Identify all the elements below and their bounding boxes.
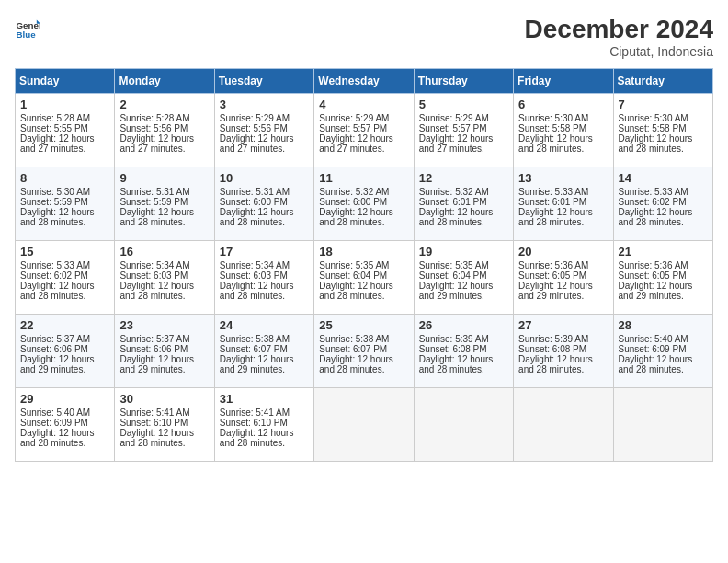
sunset-label: Sunset: 6:02 PM — [619, 197, 687, 207]
month-title: December 2024 — [525, 15, 713, 44]
sunrise-label: Sunrise: 5:32 AM — [419, 187, 489, 197]
daylight-label: Daylight: 12 hours and 28 minutes. — [220, 207, 294, 227]
table-row: 23Sunrise: 5:37 AMSunset: 6:06 PMDayligh… — [115, 315, 214, 388]
day-number: 17 — [220, 245, 309, 259]
table-row: 6Sunrise: 5:30 AMSunset: 5:58 PMDaylight… — [514, 94, 613, 167]
daylight-label: Daylight: 12 hours and 29 minutes. — [518, 281, 593, 301]
table-row: 30Sunrise: 5:41 AMSunset: 6:10 PMDayligh… — [115, 388, 214, 462]
day-number: 6 — [518, 98, 608, 111]
sunset-label: Sunset: 5:58 PM — [518, 123, 586, 133]
table-row: 9Sunrise: 5:31 AMSunset: 5:59 PMDaylight… — [115, 167, 214, 241]
sunset-label: Sunset: 5:57 PM — [319, 123, 387, 133]
sunrise-label: Sunrise: 5:36 AM — [619, 260, 688, 270]
table-row: 31Sunrise: 5:41 AMSunset: 6:10 PMDayligh… — [214, 388, 313, 462]
header-tuesday: Tuesday — [214, 69, 313, 94]
calendar-week-row: 1Sunrise: 5:28 AMSunset: 5:55 PMDaylight… — [16, 94, 713, 167]
day-number: 19 — [419, 245, 508, 259]
daylight-label: Daylight: 12 hours and 28 minutes. — [119, 428, 194, 448]
daylight-label: Daylight: 12 hours and 28 minutes. — [20, 207, 95, 227]
daylight-label: Daylight: 12 hours and 28 minutes. — [319, 207, 393, 227]
day-number: 1 — [20, 98, 109, 111]
sunset-label: Sunset: 6:04 PM — [319, 270, 387, 281]
sunrise-label: Sunrise: 5:29 AM — [319, 113, 389, 123]
daylight-label: Daylight: 12 hours and 28 minutes. — [119, 207, 194, 227]
sunset-label: Sunset: 6:10 PM — [119, 418, 188, 428]
day-number: 22 — [20, 318, 109, 332]
sunset-label: Sunset: 6:06 PM — [20, 344, 88, 354]
sunrise-label: Sunrise: 5:30 AM — [518, 113, 588, 123]
day-number: 31 — [220, 392, 309, 406]
daylight-label: Daylight: 12 hours and 28 minutes. — [419, 207, 494, 227]
day-number: 21 — [619, 245, 708, 259]
calendar-week-row: 8Sunrise: 5:30 AMSunset: 5:59 PMDaylight… — [16, 167, 713, 241]
sunrise-label: Sunrise: 5:32 AM — [319, 187, 389, 197]
sunrise-label: Sunrise: 5:35 AM — [319, 260, 389, 270]
daylight-label: Daylight: 12 hours and 27 minutes. — [20, 133, 95, 154]
header-thursday: Thursday — [414, 69, 513, 94]
svg-text:Blue: Blue — [16, 29, 36, 40]
day-number: 16 — [119, 245, 209, 259]
table-row: 20Sunrise: 5:36 AMSunset: 6:05 PMDayligh… — [514, 241, 613, 315]
sunrise-label: Sunrise: 5:37 AM — [20, 334, 90, 344]
sunset-label: Sunset: 6:05 PM — [619, 270, 687, 281]
sunset-label: Sunset: 5:59 PM — [20, 197, 88, 207]
sunrise-label: Sunrise: 5:28 AM — [119, 113, 189, 123]
sunrise-label: Sunrise: 5:39 AM — [419, 334, 489, 344]
daylight-label: Daylight: 12 hours and 28 minutes. — [619, 207, 693, 227]
sunrise-label: Sunrise: 5:31 AM — [220, 187, 290, 197]
daylight-label: Daylight: 12 hours and 28 minutes. — [220, 281, 294, 301]
day-number: 5 — [419, 98, 508, 111]
daylight-label: Daylight: 12 hours and 28 minutes. — [20, 281, 95, 301]
sunset-label: Sunset: 6:09 PM — [619, 344, 687, 354]
sunset-label: Sunset: 6:05 PM — [518, 270, 586, 281]
sunrise-label: Sunrise: 5:33 AM — [20, 260, 90, 270]
sunrise-label: Sunrise: 5:30 AM — [20, 187, 90, 197]
sunrise-label: Sunrise: 5:29 AM — [220, 113, 290, 123]
header-sunday: Sunday — [16, 69, 115, 94]
daylight-label: Daylight: 12 hours and 28 minutes. — [419, 354, 494, 374]
daylight-label: Daylight: 12 hours and 27 minutes. — [220, 133, 294, 154]
day-number: 30 — [119, 392, 209, 406]
header-friday: Friday — [514, 69, 613, 94]
table-row: 14Sunrise: 5:33 AMSunset: 6:02 PMDayligh… — [613, 167, 712, 241]
sunset-label: Sunset: 6:09 PM — [20, 418, 88, 428]
table-row: 19Sunrise: 5:35 AMSunset: 6:04 PMDayligh… — [414, 241, 513, 315]
sunset-label: Sunset: 6:08 PM — [419, 344, 487, 354]
day-number: 29 — [20, 392, 109, 406]
day-number: 28 — [619, 318, 708, 332]
table-row: 18Sunrise: 5:35 AMSunset: 6:04 PMDayligh… — [314, 241, 414, 315]
table-row: 28Sunrise: 5:40 AMSunset: 6:09 PMDayligh… — [613, 315, 712, 388]
table-row: 13Sunrise: 5:33 AMSunset: 6:01 PMDayligh… — [514, 167, 613, 241]
day-number: 11 — [319, 171, 408, 185]
daylight-label: Daylight: 12 hours and 28 minutes. — [619, 133, 693, 154]
daylight-label: Daylight: 12 hours and 28 minutes. — [119, 281, 194, 301]
day-number: 10 — [220, 171, 309, 185]
header-row: Sunday Monday Tuesday Wednesday Thursday… — [16, 69, 713, 94]
day-number: 7 — [619, 98, 708, 111]
table-row: 4Sunrise: 5:29 AMSunset: 5:57 PMDaylight… — [314, 94, 414, 167]
daylight-label: Daylight: 12 hours and 28 minutes. — [518, 207, 593, 227]
sunrise-label: Sunrise: 5:33 AM — [619, 187, 688, 197]
sunrise-label: Sunrise: 5:39 AM — [518, 334, 588, 344]
daylight-label: Daylight: 12 hours and 27 minutes. — [119, 133, 194, 154]
table-row: 26Sunrise: 5:39 AMSunset: 6:08 PMDayligh… — [414, 315, 513, 388]
table-row: 22Sunrise: 5:37 AMSunset: 6:06 PMDayligh… — [16, 315, 115, 388]
sunset-label: Sunset: 5:55 PM — [20, 123, 88, 133]
table-row: 11Sunrise: 5:32 AMSunset: 6:00 PMDayligh… — [314, 167, 414, 241]
daylight-label: Daylight: 12 hours and 29 minutes. — [119, 354, 194, 374]
sunset-label: Sunset: 6:10 PM — [220, 418, 288, 428]
sunset-label: Sunset: 6:02 PM — [20, 270, 88, 281]
calendar-week-row: 29Sunrise: 5:40 AMSunset: 6:09 PMDayligh… — [16, 388, 713, 462]
sunset-label: Sunset: 6:00 PM — [220, 197, 288, 207]
table-row: 15Sunrise: 5:33 AMSunset: 6:02 PMDayligh… — [16, 241, 115, 315]
sunset-label: Sunset: 6:07 PM — [220, 344, 288, 354]
calendar-table: Sunday Monday Tuesday Wednesday Thursday… — [15, 68, 713, 462]
daylight-label: Daylight: 12 hours and 27 minutes. — [319, 133, 393, 154]
table-row: 8Sunrise: 5:30 AMSunset: 5:59 PMDaylight… — [16, 167, 115, 241]
sunrise-label: Sunrise: 5:34 AM — [119, 260, 189, 270]
day-number: 2 — [119, 98, 209, 111]
calendar-week-row: 15Sunrise: 5:33 AMSunset: 6:02 PMDayligh… — [16, 241, 713, 315]
logo: General Blue — [15, 15, 40, 40]
day-number: 8 — [20, 171, 109, 185]
sunset-label: Sunset: 6:06 PM — [119, 344, 188, 354]
